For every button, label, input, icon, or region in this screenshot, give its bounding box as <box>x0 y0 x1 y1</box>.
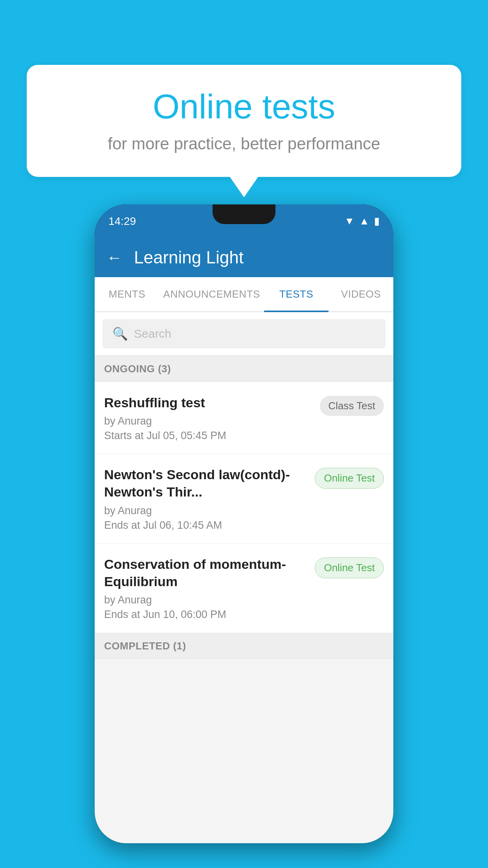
status-icons: ▼ ▲ ▮ <box>345 215 380 227</box>
bubble-subtitle: for more practice, better performance <box>50 134 438 153</box>
test-badge-online: Online Test <box>315 468 384 489</box>
test-item-newton[interactable]: Newton's Second law(contd)-Newton's Thir… <box>95 454 393 543</box>
test-date: Starts at Jul 05, 05:45 PM <box>104 430 314 442</box>
promo-bubble: Online tests for more practice, better p… <box>27 65 461 177</box>
status-time: 14:29 <box>108 215 136 228</box>
test-name: Conservation of momentum-Equilibrium <box>104 555 309 590</box>
test-badge-class: Class Test <box>320 396 384 416</box>
test-badge-online-2: Online Test <box>315 557 384 578</box>
tab-announcements[interactable]: ANNOUNCEMENTS <box>160 277 264 311</box>
tab-assignments[interactable]: MENTS <box>95 277 160 311</box>
completed-section-header: COMPLETED (1) <box>95 633 393 659</box>
ongoing-section-header: ONGOING (3) <box>95 356 393 382</box>
test-info: Conservation of momentum-Equilibrium by … <box>104 555 309 621</box>
tabs-bar: MENTS ANNOUNCEMENTS TESTS VIDEOS <box>95 277 393 312</box>
status-bar: 14:29 ▼ ▲ ▮ <box>95 204 393 238</box>
test-by: by Anurag <box>104 594 309 606</box>
app-title: Learning Light <box>134 248 244 267</box>
test-info: Newton's Second law(contd)-Newton's Thir… <box>104 466 309 531</box>
test-name: Reshuffling test <box>104 394 314 411</box>
search-icon: 🔍 <box>112 326 128 341</box>
app-content: ← Learning Light MENTS ANNOUNCEMENTS TES… <box>95 238 393 843</box>
tab-videos[interactable]: VIDEOS <box>328 277 393 311</box>
test-date: Ends at Jun 10, 06:00 PM <box>104 609 309 621</box>
test-item-conservation[interactable]: Conservation of momentum-Equilibrium by … <box>95 544 393 633</box>
tab-tests[interactable]: TESTS <box>264 277 329 311</box>
app-header: ← Learning Light <box>95 238 393 277</box>
test-by: by Anurag <box>104 415 314 427</box>
test-name: Newton's Second law(contd)-Newton's Thir… <box>104 466 309 500</box>
test-by: by Anurag <box>104 505 309 517</box>
signal-icon: ▲ <box>359 215 369 227</box>
phone-frame: 14:29 ▼ ▲ ▮ ← Learning Light MENTS <box>95 204 393 843</box>
phone-mockup: 14:29 ▼ ▲ ▮ ← Learning Light MENTS <box>95 204 393 843</box>
bubble-title: Online tests <box>50 86 438 127</box>
battery-icon: ▮ <box>374 215 380 227</box>
back-button[interactable]: ← <box>106 249 122 267</box>
test-date: Ends at Jul 06, 10:45 AM <box>104 519 309 531</box>
wifi-icon: ▼ <box>345 215 355 227</box>
search-container: 🔍 Search <box>95 312 393 356</box>
test-info: Reshuffling test by Anurag Starts at Jul… <box>104 394 314 442</box>
search-placeholder: Search <box>134 327 171 340</box>
search-bar[interactable]: 🔍 Search <box>103 319 385 348</box>
test-item-reshuffling[interactable]: Reshuffling test by Anurag Starts at Jul… <box>95 382 393 454</box>
phone-screen: 14:29 ▼ ▲ ▮ ← Learning Light MENTS <box>95 204 393 843</box>
